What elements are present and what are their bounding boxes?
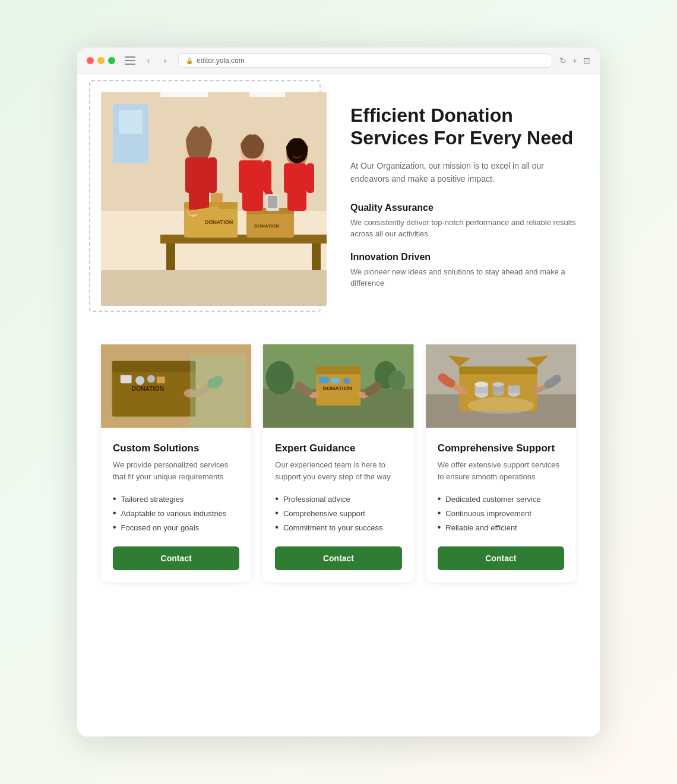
card-2-list: Professional advice Comprehensive suppor… bbox=[275, 492, 401, 535]
card-1-body: Custom Solutions We provide personalized… bbox=[101, 431, 251, 582]
feature-quality-title: Quality Assurance bbox=[350, 203, 576, 213]
list-item: Focused on your goals bbox=[113, 520, 239, 535]
browser-nav: ‹ › bbox=[143, 55, 171, 67]
lock-icon: 🔒 bbox=[186, 58, 193, 64]
browser-chrome: ‹ › 🔒 editor.yola.com ↻ + ⊡ bbox=[77, 48, 600, 74]
card-3-body: Comprehensive Support We offer extensive… bbox=[426, 431, 576, 582]
svg-rect-32 bbox=[306, 163, 314, 193]
card-3-contact-button[interactable]: Contact bbox=[438, 546, 564, 570]
card-2-contact-button[interactable]: Contact bbox=[275, 546, 401, 570]
svg-rect-25 bbox=[239, 160, 247, 193]
svg-rect-41 bbox=[157, 377, 165, 383]
feature-innovation: Innovation Driven We pioneer new ideas a… bbox=[350, 252, 576, 289]
hero-subtitle: At Our Organization, our mission is to e… bbox=[350, 159, 576, 186]
card-1-title: Custom Solutions bbox=[113, 442, 239, 454]
card-1-contact-button[interactable]: Contact bbox=[113, 546, 239, 570]
card-3-list: Dedicated customer service Continuous im… bbox=[438, 492, 564, 535]
svg-rect-31 bbox=[284, 163, 292, 193]
card-comprehensive-support: Comprehensive Support We offer extensive… bbox=[426, 342, 576, 582]
hero-image-container: DONATION DONATION bbox=[101, 92, 327, 306]
card-1-image: DONATION bbox=[101, 342, 251, 431]
svg-point-40 bbox=[147, 375, 155, 382]
feature-quality-desc: We consistently deliver top-notch perfor… bbox=[350, 217, 576, 240]
svg-rect-67 bbox=[508, 385, 520, 393]
svg-point-49 bbox=[388, 371, 405, 391]
address-bar[interactable]: 🔒 editor.yola.com bbox=[178, 53, 552, 68]
refresh-icon[interactable]: ↻ bbox=[559, 56, 567, 65]
feature-innovation-desc: We pioneer new ideas and solutions to st… bbox=[350, 266, 576, 289]
svg-rect-43 bbox=[190, 355, 246, 428]
list-item: Commitment to your success bbox=[275, 520, 401, 535]
svg-rect-33 bbox=[101, 270, 327, 306]
list-item: Dedicated customer service bbox=[438, 492, 564, 506]
forward-button[interactable]: › bbox=[159, 55, 171, 67]
card-2-title: Expert Guidance bbox=[275, 442, 401, 454]
traffic-light-yellow[interactable] bbox=[97, 57, 105, 64]
svg-text:DONATION: DONATION bbox=[205, 219, 233, 225]
browser-window: ‹ › 🔒 editor.yola.com ↻ + ⊡ bbox=[77, 48, 600, 736]
card-custom-solutions: DONATION bbox=[101, 342, 251, 582]
hero-title: Efficient Donation Services For Every Ne… bbox=[350, 104, 576, 150]
browser-content: DONATION DONATION bbox=[77, 74, 600, 736]
svg-rect-54 bbox=[331, 378, 340, 383]
svg-rect-36 bbox=[112, 361, 196, 372]
more-icon[interactable]: ⊡ bbox=[583, 56, 590, 65]
cards-section: DONATION bbox=[101, 342, 576, 582]
list-item: Professional advice bbox=[275, 492, 401, 506]
svg-text:DONATION: DONATION bbox=[132, 385, 164, 392]
list-item: Continuous improvement bbox=[438, 506, 564, 520]
svg-point-68 bbox=[467, 397, 534, 414]
hero-image: DONATION DONATION bbox=[101, 92, 327, 306]
sidebar-toggle-icon[interactable] bbox=[125, 56, 135, 65]
feature-quality: Quality Assurance We consistently delive… bbox=[350, 203, 576, 240]
svg-rect-4 bbox=[160, 92, 208, 97]
traffic-light-red[interactable] bbox=[87, 57, 94, 64]
svg-rect-19 bbox=[185, 157, 194, 193]
hero-text: Efficient Donation Services For Every Ne… bbox=[350, 92, 576, 301]
card-3-desc: We offer extensive support services to e… bbox=[438, 459, 564, 482]
back-button[interactable]: ‹ bbox=[143, 55, 154, 67]
svg-text:DONATION: DONATION bbox=[254, 223, 279, 229]
svg-point-47 bbox=[266, 361, 294, 394]
traffic-light-green[interactable] bbox=[108, 57, 115, 64]
svg-text:DONATION: DONATION bbox=[323, 385, 353, 391]
card-expert-guidance: DONATION Expert Guidance bbox=[263, 342, 413, 582]
svg-point-65 bbox=[492, 382, 504, 387]
svg-rect-5 bbox=[249, 92, 285, 97]
svg-rect-53 bbox=[319, 377, 329, 383]
svg-rect-3 bbox=[119, 110, 143, 134]
svg-rect-51 bbox=[316, 366, 360, 374]
svg-point-55 bbox=[343, 378, 350, 384]
add-tab-icon[interactable]: + bbox=[572, 56, 577, 65]
list-item: Comprehensive support bbox=[275, 506, 401, 520]
svg-rect-59 bbox=[459, 366, 537, 374]
list-item: Tailored strategies bbox=[113, 492, 239, 506]
card-1-desc: We provide personalized services that fi… bbox=[113, 459, 239, 482]
card-3-title: Comprehensive Support bbox=[438, 442, 564, 454]
card-2-image: DONATION bbox=[263, 342, 413, 431]
svg-point-39 bbox=[135, 376, 144, 385]
card-2-desc: Our experienced team is here to support … bbox=[275, 459, 401, 482]
card-3-image bbox=[426, 342, 576, 431]
list-item: Adaptable to various industries bbox=[113, 506, 239, 520]
feature-innovation-title: Innovation Driven bbox=[350, 252, 576, 263]
card-2-body: Expert Guidance Our experienced team is … bbox=[263, 431, 413, 582]
card-1-list: Tailored strategies Adaptable to various… bbox=[113, 492, 239, 535]
browser-actions: ↻ + ⊡ bbox=[559, 56, 590, 65]
hero-section: DONATION DONATION bbox=[101, 92, 576, 306]
svg-rect-20 bbox=[208, 157, 217, 193]
svg-rect-28 bbox=[268, 196, 277, 208]
traffic-lights bbox=[87, 57, 115, 64]
url-text: editor.yola.com bbox=[197, 56, 245, 65]
svg-rect-38 bbox=[121, 375, 132, 383]
list-item: Reliable and efficient bbox=[438, 520, 564, 535]
svg-rect-16 bbox=[211, 193, 223, 202]
svg-point-62 bbox=[474, 381, 488, 387]
